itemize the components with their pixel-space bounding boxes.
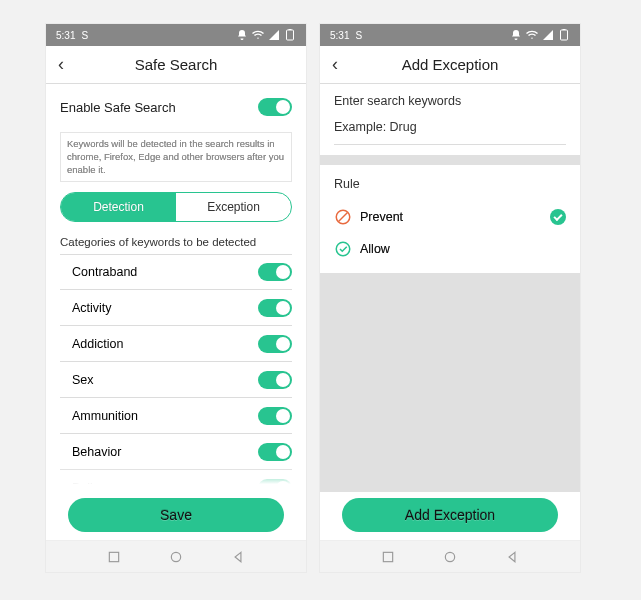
nav-back-icon[interactable] bbox=[231, 550, 245, 564]
screen-safe-search: 5:31 S ‹ Safe Search Enable Safe Search … bbox=[46, 24, 306, 572]
status-icons bbox=[510, 29, 570, 41]
app-bar: ‹ Safe Search bbox=[46, 46, 306, 84]
svg-line-7 bbox=[339, 213, 348, 222]
screen-add-exception: 5:31 S ‹ Add Exception Enter search keyw… bbox=[320, 24, 580, 572]
enable-safe-search-label: Enable Safe Search bbox=[60, 100, 258, 115]
tab-switch: Detection Exception bbox=[60, 192, 292, 222]
status-bar: 5:31 S bbox=[46, 24, 306, 46]
android-nav-bar bbox=[46, 540, 306, 572]
keyword-input[interactable]: Example: Drug bbox=[334, 120, 566, 145]
category-label: Ammunition bbox=[72, 409, 138, 423]
category-row: Addiction bbox=[60, 326, 292, 362]
bell-icon bbox=[510, 29, 522, 41]
battery-icon bbox=[558, 29, 570, 41]
bell-icon bbox=[236, 29, 248, 41]
battery-icon bbox=[284, 29, 296, 41]
page-title: Safe Search bbox=[82, 56, 270, 73]
back-button[interactable]: ‹ bbox=[58, 54, 82, 75]
category-toggle[interactable] bbox=[258, 443, 292, 461]
svg-point-3 bbox=[171, 552, 180, 561]
category-toggle[interactable] bbox=[258, 299, 292, 317]
categories-subheader: Categories of keywords to be detected bbox=[60, 236, 292, 248]
svg-rect-9 bbox=[383, 552, 392, 561]
keyword-prompt: Enter search keywords bbox=[334, 84, 566, 120]
status-time: 5:31 bbox=[330, 30, 349, 41]
content: Enable Safe Search Keywords will be dete… bbox=[46, 84, 306, 540]
nav-recent-icon[interactable] bbox=[107, 550, 121, 564]
save-button[interactable]: Save bbox=[68, 498, 284, 532]
app-bar: ‹ Add Exception bbox=[320, 46, 580, 84]
status-icons bbox=[236, 29, 296, 41]
signal-icon bbox=[268, 29, 280, 41]
category-label: Addiction bbox=[72, 337, 123, 351]
category-toggle[interactable] bbox=[258, 335, 292, 353]
category-label: Behavior bbox=[72, 445, 121, 459]
tab-detection[interactable]: Detection bbox=[61, 193, 176, 221]
category-row: Sex bbox=[60, 362, 292, 398]
wifi-icon bbox=[252, 29, 264, 41]
status-bar: 5:31 S bbox=[320, 24, 580, 46]
svg-point-8 bbox=[336, 242, 350, 256]
category-label: Contraband bbox=[72, 265, 137, 279]
signal-icon bbox=[542, 29, 554, 41]
content: Enter search keywords Example: Drug Rule… bbox=[320, 84, 580, 540]
category-label: Bully bbox=[72, 481, 99, 492]
prevent-icon bbox=[334, 208, 352, 226]
allow-icon bbox=[334, 240, 352, 258]
nav-recent-icon[interactable] bbox=[381, 550, 395, 564]
svg-rect-4 bbox=[561, 30, 568, 40]
status-time: 5:31 bbox=[56, 30, 75, 41]
section-divider bbox=[320, 155, 580, 165]
category-row: Behavior bbox=[60, 434, 292, 470]
rule-selected-check-icon bbox=[550, 209, 566, 225]
svg-rect-0 bbox=[287, 30, 294, 40]
nav-home-icon[interactable] bbox=[443, 550, 457, 564]
svg-rect-1 bbox=[289, 29, 292, 30]
back-button[interactable]: ‹ bbox=[332, 54, 356, 75]
nav-home-icon[interactable] bbox=[169, 550, 183, 564]
category-toggle[interactable] bbox=[258, 263, 292, 281]
svg-point-10 bbox=[445, 552, 454, 561]
empty-area bbox=[320, 273, 580, 492]
category-row: Activity bbox=[60, 290, 292, 326]
svg-rect-2 bbox=[109, 552, 118, 561]
svg-rect-5 bbox=[563, 29, 566, 30]
status-carrier: S bbox=[355, 30, 362, 41]
wifi-icon bbox=[526, 29, 538, 41]
rule-prevent-row[interactable]: Prevent bbox=[334, 201, 566, 233]
rule-prevent-label: Prevent bbox=[360, 210, 403, 224]
category-label: Activity bbox=[72, 301, 112, 315]
page-title: Add Exception bbox=[356, 56, 544, 73]
tab-exception[interactable]: Exception bbox=[176, 193, 291, 221]
category-row: Bully bbox=[60, 470, 292, 492]
categories-list[interactable]: Contraband Activity Addiction Sex Ammuni… bbox=[60, 254, 292, 492]
status-carrier: S bbox=[81, 30, 88, 41]
add-exception-button[interactable]: Add Exception bbox=[342, 498, 558, 532]
rule-header: Rule bbox=[334, 177, 566, 191]
category-row: Contraband bbox=[60, 254, 292, 290]
enable-safe-search-toggle[interactable] bbox=[258, 98, 292, 116]
category-row: Ammunition bbox=[60, 398, 292, 434]
android-nav-bar bbox=[320, 540, 580, 572]
enable-safe-search-row: Enable Safe Search bbox=[60, 90, 292, 124]
nav-back-icon[interactable] bbox=[505, 550, 519, 564]
category-label: Sex bbox=[72, 373, 94, 387]
category-toggle[interactable] bbox=[258, 479, 292, 492]
rule-allow-row[interactable]: Allow bbox=[334, 233, 566, 265]
description-text: Keywords will be detected in the search … bbox=[60, 132, 292, 182]
category-toggle[interactable] bbox=[258, 407, 292, 425]
category-toggle[interactable] bbox=[258, 371, 292, 389]
rule-allow-label: Allow bbox=[360, 242, 390, 256]
